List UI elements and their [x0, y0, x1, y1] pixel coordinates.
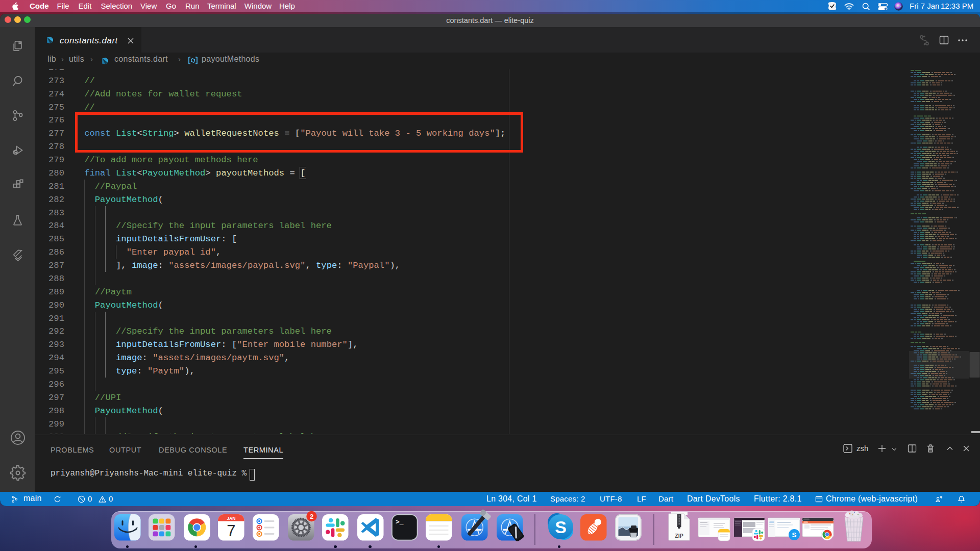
svg-text:ZIP: ZIP: [675, 533, 683, 539]
svg-text:S: S: [792, 531, 796, 539]
svg-text:2: 2: [310, 512, 313, 520]
svg-text:JAN: JAN: [227, 515, 235, 520]
svg-text:7: 7: [227, 522, 235, 540]
svg-text:S: S: [555, 517, 567, 537]
svg-text:>_: >_: [396, 518, 404, 526]
